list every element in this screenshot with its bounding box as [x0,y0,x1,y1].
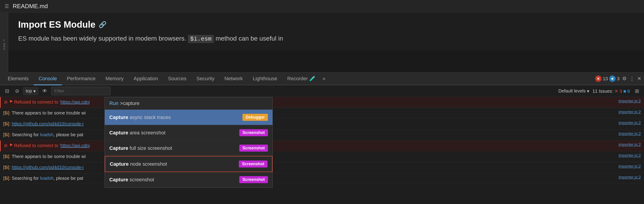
autocomplete-item-label: Capture area screenshot [109,130,166,136]
content-text: ES module has been widely supported in m… [18,34,635,44]
sidebar-edge: › tree [0,13,8,73]
tab-elements[interactable]: Elements [3,73,34,85]
tab-memory[interactable]: Memory [100,73,128,85]
console-source-link[interactable]: importer.js:2 [618,99,641,103]
capture-input-text: >capture [120,101,139,106]
sidebar-label: tree [2,43,6,50]
tab-application[interactable]: Application [128,73,163,85]
tab-performance[interactable]: Performance [62,73,100,85]
issues-blue-count: ■ 8 [623,89,630,94]
autocomplete-item-screenshot[interactable]: Capture screenshot Screenshot [105,172,272,188]
context-selector[interactable]: top ▾ [23,87,38,95]
console-content: ⊘ ▶ Refused to connect to 'https://api.c… [0,97,644,204]
console-message-text: [$i]: Searching for loadsh, please be pa… [3,175,616,181]
issues-red-count: ✕ 3 [614,89,622,94]
autocomplete-item-fullsize[interactable]: Capture full size screenshot Screenshot [105,141,272,156]
console-toolbar: ⊟ ⊘ top ▾ 👁 Default levels ▾ 11 Issues: … [0,85,644,97]
page-content: Import ES Module 🔗 ES module has been wi… [0,13,644,50]
code-snippet: $i.esm [188,35,214,43]
expand-icon[interactable]: ▶ [10,142,13,147]
page-area: ☰ README.md › tree Import ES Module 🔗 ES… [0,0,644,73]
console-message-text: [$i]: There appears to be some trouble w… [3,110,616,116]
page-title: README.md [13,3,48,10]
clear-console-button[interactable]: ⊘ [13,87,21,95]
autocomplete-item-area[interactable]: Capture area screenshot Screenshot [105,125,272,141]
console-source-link[interactable]: importer.js:2 [618,175,641,180]
console-row: ⊘ ▶ Refused to connect to 'https://api.c… [0,97,644,108]
tab-recorder[interactable]: Recorder 🧪 [282,73,320,85]
default-levels-label: Default levels [558,88,586,94]
run-label: Run [109,101,118,106]
console-source-link[interactable]: importer.js:2 [618,153,641,158]
filter-input[interactable] [51,87,110,95]
console-message-text: [$i]: https://github.com/pd4d10/console-… [3,164,616,170]
console-messages-list: ⊘ ▶ Refused to connect to 'https://api.c… [0,97,644,184]
autocomplete-dropdown: Run >capture Capture async stack traces … [104,97,273,188]
tab-more-button[interactable]: » [320,76,328,82]
tab-sources[interactable]: Sources [163,73,191,85]
tab-console[interactable]: Console [34,73,62,85]
default-levels-selector[interactable]: Default levels ▾ [558,88,589,94]
autocomplete-item-label: Capture async stack traces [109,114,171,120]
console-source-link[interactable]: importer.js:2 [618,110,641,114]
autocomplete-item-label: Capture full size screenshot [109,145,172,151]
error-icon: ⊘ [4,99,8,105]
context-dropdown-icon: ▾ [34,88,36,94]
error-badge: ✕ [595,76,602,82]
tab-network[interactable]: Network [220,73,248,85]
screenshot-badge[interactable]: Screenshot [239,176,268,183]
content-heading: Import ES Module 🔗 [18,19,635,30]
console-row: ⊘ ▶ Refused to connect to 'https://api.c… [0,141,644,151]
text-before: ES module has been widely supported in m… [18,35,186,42]
issues-badge[interactable]: 11 Issues: ✕ 3 ■ 8 [592,88,630,94]
warning-count: 3 [617,76,620,81]
issues-label: 11 Issues: [592,89,613,94]
autocomplete-header: Run >capture [105,97,272,110]
console-message-text: [$i]: Searching for loadsh, please be pa… [3,131,616,138]
devtools-right-toolbar: ✕ 13 ■ 3 ⚙ ⋮ ✕ [595,76,641,82]
tab-lighthouse[interactable]: Lighthouse [248,73,282,85]
autocomplete-item-node[interactable]: Capture node screenshot Screenshot [105,156,272,172]
autocomplete-item-label: Capture node screenshot [110,161,167,167]
default-levels-dropdown-icon: ▾ [587,88,589,94]
context-value: top [26,88,32,94]
console-row: [$i]: Searching for loadsh, please be pa… [0,173,644,184]
console-row: [$i]: Searching for loadsh, please be pa… [0,130,644,141]
close-devtools-icon[interactable]: ✕ [637,76,641,82]
devtools-panel: Elements Console Performance Memory Appl… [0,73,644,204]
console-message-text: [$i]: https://github.com/pd4d10/console-… [3,121,616,127]
issues-icon[interactable]: ⊞ [633,87,641,95]
console-row: [$i]: There appears to be some trouble w… [0,108,644,119]
screenshot-badge[interactable]: Screenshot [239,129,268,136]
console-row: [$i]: https://github.com/pd4d10/console-… [0,119,644,130]
expand-icon[interactable]: ▶ [10,99,13,103]
debugger-badge[interactable]: Debugger [242,114,268,121]
console-row: [$i]: There appears to be some trouble w… [0,151,644,162]
console-right-toolbar: Default levels ▾ 11 Issues: ✕ 3 ■ 8 ⊞ [558,87,641,95]
text-after: method can be useful in [216,35,283,42]
console-source-link[interactable]: importer.js:2 [618,164,641,169]
menu-icon[interactable]: ☰ [4,3,9,9]
error-icon: ⊘ [4,143,8,148]
sidebar-arrow[interactable]: › [3,37,5,43]
more-options-icon[interactable]: ⋮ [630,76,634,82]
link-icon[interactable]: 🔗 [98,21,106,28]
eye-icon[interactable]: 👁 [40,87,49,95]
page-toolbar: ☰ README.md [0,0,644,13]
settings-icon[interactable]: ⚙ [622,76,627,82]
console-row: [$i]: https://github.com/pd4d10/console-… [0,162,644,173]
devtools-tab-bar: Elements Console Performance Memory Appl… [0,73,644,85]
screenshot-badge[interactable]: Screenshot [239,160,268,168]
autocomplete-item-label: Capture screenshot [109,177,154,183]
console-source-link[interactable]: importer.js:2 [618,131,641,136]
heading-text: Import ES Module [18,19,96,30]
console-message-text: [$i]: There appears to be some trouble w… [3,153,616,160]
warning-badge: ■ [609,76,616,82]
tab-security[interactable]: Security [191,73,219,85]
console-source-link[interactable]: importer.js:2 [618,142,641,147]
sidebar-toggle-button[interactable]: ⊟ [3,87,11,95]
autocomplete-item-async[interactable]: Capture async stack traces Debugger [105,110,272,125]
screenshot-badge[interactable]: Screenshot [239,145,268,152]
error-count: 13 [603,76,608,81]
console-source-link[interactable]: importer.js:2 [618,121,641,125]
